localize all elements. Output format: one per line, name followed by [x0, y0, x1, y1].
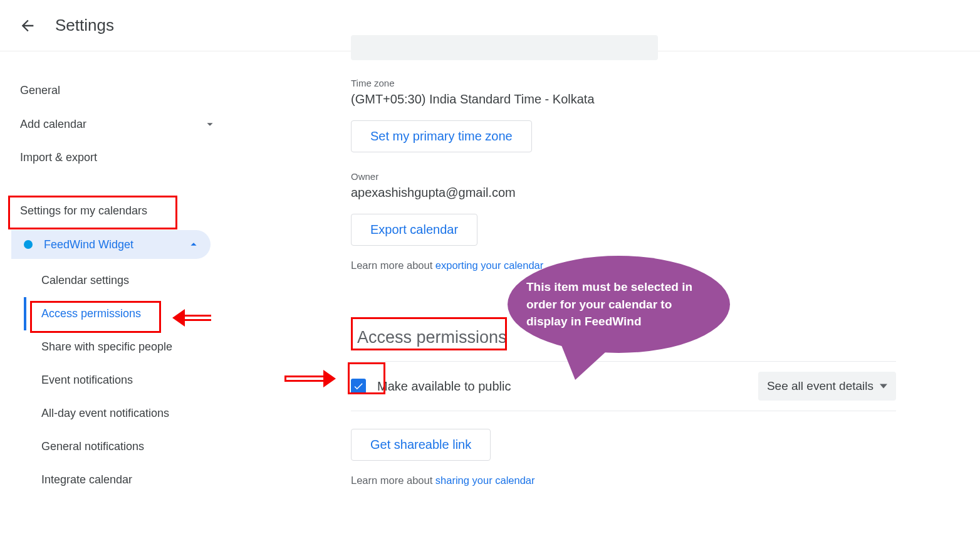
subnav-calendar-settings[interactable]: Calendar settings	[24, 264, 138, 297]
sidebar-calendar-feedwind[interactable]: FeedWind Widget	[11, 230, 211, 259]
arrow-left-icon	[19, 17, 36, 34]
chevron-down-icon	[203, 117, 217, 131]
chevron-up-icon	[187, 238, 201, 251]
timezone-label: Time zone	[351, 78, 961, 88]
sidebar-item-label: Add calendar	[20, 118, 86, 131]
main-content: Time zone (GMT+05:30) India Standard Tim…	[226, 51, 980, 541]
make-public-label: Make available to public	[377, 379, 511, 394]
make-public-checkbox[interactable]	[351, 379, 366, 394]
sharing-helper-link[interactable]: sharing your calendar	[435, 475, 535, 486]
subnav-access-permissions[interactable]: Access permissions	[24, 297, 150, 330]
sidebar-section-heading: Settings for my calendars	[11, 194, 156, 226]
sidebar-item-import-export[interactable]: Import & export	[11, 141, 226, 174]
calendar-color-dot	[24, 240, 33, 249]
caret-down-icon	[880, 382, 887, 390]
owner-block: Owner apexashishgupta@gmail.com	[351, 171, 961, 200]
access-permissions-section: Access permissions Make available to pub…	[351, 290, 961, 486]
export-calendar-button[interactable]: Export calendar	[351, 214, 477, 246]
subnav-general-notifications[interactable]: General notifications	[24, 430, 153, 463]
sidebar-item-label: General	[20, 84, 60, 97]
page-title: Settings	[55, 16, 114, 35]
subnav-event-notifications[interactable]: Event notifications	[24, 364, 142, 397]
sidebar: General Add calendar Import & export Set…	[0, 51, 226, 541]
back-button[interactable]	[13, 11, 43, 41]
timezone-value: (GMT+05:30) India Standard Time - Kolkat…	[351, 92, 961, 107]
export-helper-text: Learn more about exporting your calendar	[351, 260, 961, 271]
sidebar-calendar-name: FeedWind Widget	[44, 238, 133, 251]
event-detail-dropdown[interactable]: See all event details	[758, 372, 896, 401]
subnav-integrate-calendar[interactable]: Integrate calendar	[24, 463, 141, 496]
sidebar-item-add-calendar[interactable]: Add calendar	[11, 107, 226, 141]
export-helper-link[interactable]: exporting your calendar	[435, 260, 543, 271]
set-primary-timezone-button[interactable]: Set my primary time zone	[351, 120, 532, 152]
sidebar-item-label: Import & export	[20, 151, 97, 164]
check-icon	[353, 381, 364, 392]
subnav-share-specific[interactable]: Share with specific people	[24, 330, 181, 364]
dropdown-selected-label: See all event details	[767, 379, 873, 393]
access-section-title: Access permissions	[351, 325, 513, 350]
sharing-helper-text: Learn more about sharing your calendar	[351, 475, 961, 486]
disabled-field	[351, 35, 658, 60]
export-block: Export calendar Learn more about exporti…	[351, 214, 961, 271]
timezone-block: Time zone (GMT+05:30) India Standard Tim…	[351, 78, 961, 152]
subnav-allday-notifications[interactable]: All-day event notifications	[24, 397, 178, 430]
owner-value: apexashishgupta@gmail.com	[351, 186, 961, 200]
get-shareable-link-button[interactable]: Get shareable link	[351, 429, 491, 461]
access-public-row: Make available to public See all event d…	[351, 361, 896, 411]
owner-label: Owner	[351, 171, 961, 182]
sidebar-subnav: Calendar settings Access permissions Sha…	[23, 264, 226, 496]
sidebar-item-general[interactable]: General	[11, 74, 226, 107]
